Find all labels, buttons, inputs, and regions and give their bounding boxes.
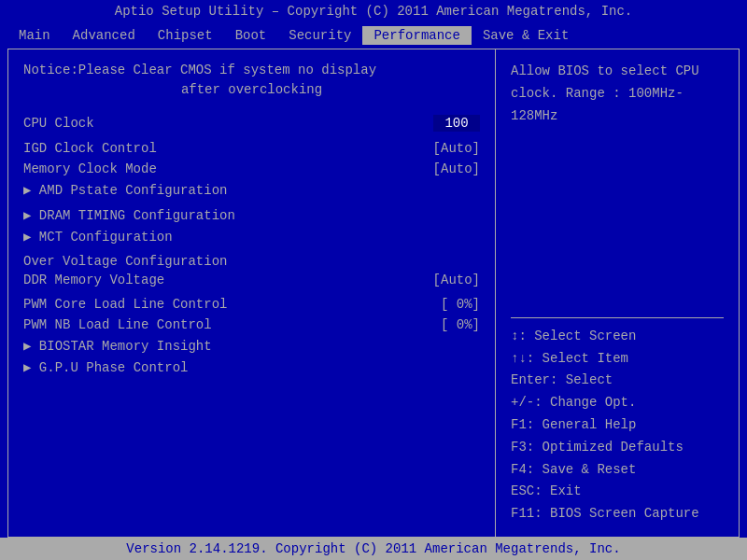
menu-advanced[interactable]: Advanced (62, 26, 147, 45)
memory-clock-row: Memory Clock Mode [Auto] (23, 161, 480, 176)
key-select-item: ↑↓: Select Item (511, 348, 724, 371)
over-voltage-label: Over Voltage Configuration (23, 254, 480, 269)
help-divider (511, 317, 724, 318)
pwm-nb-value[interactable]: [ 0%] (405, 317, 480, 332)
title-bar: Aptio Setup Utility – Copyright (C) 2011… (0, 0, 747, 22)
amd-pstate-item[interactable]: AMD Pstate Configuration (23, 182, 480, 198)
key-enter: Enter: Select (511, 370, 724, 392)
gpu-phase-item[interactable]: G.P.U Phase Control (23, 359, 480, 375)
footer: Version 2.14.1219. Copyright (C) 2011 Am… (0, 538, 747, 560)
pwm-core-label: PWM Core Load Line Control (23, 297, 405, 312)
menu-chipset[interactable]: Chipset (147, 26, 224, 45)
memory-clock-value[interactable]: [Auto] (405, 161, 480, 176)
cpu-clock-row: CPU Clock 100 (23, 115, 480, 132)
pwm-nb-row: PWM NB Load Line Control [ 0%] (23, 317, 480, 332)
key-change-opt: +/-: Change Opt. (511, 392, 724, 414)
notice-text: Notice:Please Clear CMOS if system no di… (23, 61, 480, 100)
left-panel: Notice:Please Clear CMOS if system no di… (8, 49, 496, 537)
ddr-voltage-label: DDR Memory Voltage (23, 273, 405, 287)
mct-config-item[interactable]: MCT Configuration (23, 229, 480, 245)
footer-text: Version 2.14.1219. Copyright (C) 2011 Am… (126, 541, 620, 556)
pwm-nb-label: PWM NB Load Line Control (23, 317, 405, 332)
menu-boot[interactable]: Boot (224, 26, 278, 45)
keys-help: ↕: Select Screen ↑↓: Select Item Enter: … (511, 326, 724, 525)
key-f1: F1: General Help (511, 414, 724, 437)
biostar-memory-item[interactable]: BIOSTAR Memory Insight (23, 338, 480, 354)
help-line2: clock. Range : 100MHz-128MHz (511, 83, 724, 128)
cpu-clock-label: CPU Clock (23, 116, 433, 131)
menu-save-exit[interactable]: Save & Exit (472, 26, 580, 45)
menu-security[interactable]: Security (277, 26, 362, 45)
menu-performance[interactable]: Performance (362, 26, 471, 45)
title-text: Aptio Setup Utility – Copyright (C) 2011… (115, 4, 633, 19)
dram-timing-item[interactable]: DRAM TIMING Configuration (23, 207, 480, 223)
memory-clock-label: Memory Clock Mode (23, 161, 405, 176)
notice-line2: after overclocking (23, 80, 480, 100)
igd-clock-row: IGD Clock Control [Auto] (23, 141, 480, 156)
key-f11: F11: BIOS Screen Capture (511, 503, 724, 525)
key-select-screen: ↕: Select Screen (511, 326, 724, 348)
igd-clock-label: IGD Clock Control (23, 141, 405, 156)
key-f3: F3: Optimized Defaults (511, 437, 724, 459)
ddr-voltage-value[interactable]: [Auto] (405, 273, 480, 287)
bios-screen: Aptio Setup Utility – Copyright (C) 2011… (0, 0, 747, 560)
notice-line1: Notice:Please Clear CMOS if system no di… (23, 61, 480, 80)
pwm-core-row: PWM Core Load Line Control [ 0%] (23, 297, 480, 312)
menu-bar: Main Advanced Chipset Boot Security Perf… (0, 22, 747, 49)
pwm-core-value[interactable]: [ 0%] (405, 297, 480, 312)
main-content: Notice:Please Clear CMOS if system no di… (7, 49, 740, 538)
help-line1: Allow BIOS to select CPU (511, 61, 724, 83)
key-esc: ESC: Exit (511, 481, 724, 503)
key-f4: F4: Save & Reset (511, 459, 724, 482)
menu-main[interactable]: Main (7, 26, 62, 45)
igd-clock-value[interactable]: [Auto] (405, 141, 480, 156)
right-panel: Allow BIOS to select CPU clock. Range : … (496, 49, 739, 537)
cpu-clock-value[interactable]: 100 (433, 115, 480, 132)
help-text: Allow BIOS to select CPU clock. Range : … (511, 61, 724, 127)
ddr-voltage-row: DDR Memory Voltage [Auto] (23, 273, 480, 287)
